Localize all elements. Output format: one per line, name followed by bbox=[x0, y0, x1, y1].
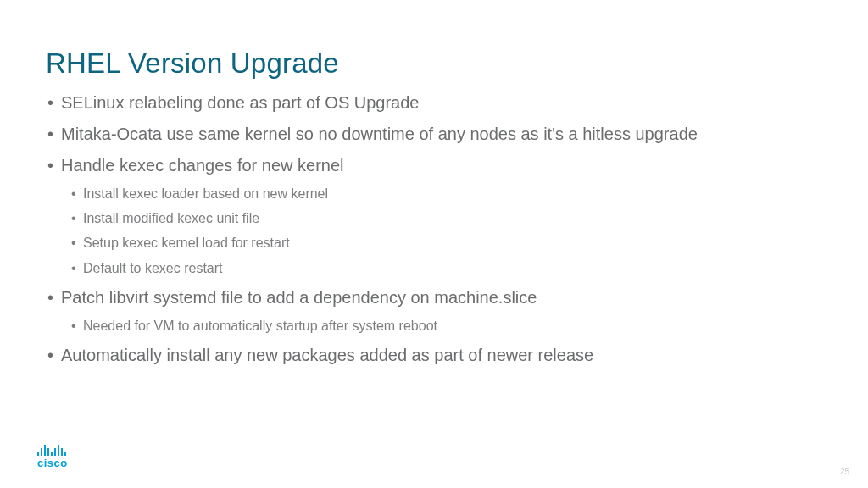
slide: RHEL Version Upgrade SELinux relabeling … bbox=[0, 0, 868, 488]
list-item: Install kexec loader based on new kernel bbox=[70, 184, 822, 203]
brand-name: cisco bbox=[37, 457, 68, 469]
list-item: SELinux relabeling done as part of OS Up… bbox=[46, 92, 822, 114]
cisco-bars-icon bbox=[37, 444, 66, 456]
list-item: Setup kexec kernel load for restart bbox=[70, 233, 822, 252]
sub-list: Install kexec loader based on new kernel… bbox=[70, 184, 822, 278]
sub-list: Needed for VM to automatically startup a… bbox=[70, 316, 822, 336]
list-item-text: Needed for VM to automatically startup a… bbox=[83, 319, 437, 333]
list-item-text: Handle kexec changes for new kernel bbox=[61, 156, 344, 175]
list-item: Default to kexec restart bbox=[70, 258, 822, 278]
list-item-text: Patch libvirt systemd file to add a depe… bbox=[61, 288, 537, 307]
list-item-text: Default to kexec restart bbox=[83, 261, 223, 275]
list-item-text: SELinux relabeling done as part of OS Up… bbox=[61, 93, 420, 112]
brand-logo: cisco bbox=[37, 444, 68, 469]
list-item: Mitaka-Ocata use same kernel so no downt… bbox=[46, 123, 822, 146]
list-item-text: Install modified kexec unit file bbox=[83, 211, 259, 225]
list-item-text: Install kexec loader based on new kernel bbox=[83, 186, 328, 201]
list-item: Install modified kexec unit file bbox=[70, 208, 822, 228]
list-item: Automatically install any new packages a… bbox=[46, 344, 822, 367]
list-item-text: Setup kexec kernel load for restart bbox=[83, 236, 290, 250]
slide-title: RHEL Version Upgrade bbox=[46, 47, 822, 80]
bullet-list: SELinux relabeling done as part of OS Up… bbox=[46, 92, 822, 367]
list-item-text: Mitaka-Ocata use same kernel so no downt… bbox=[61, 125, 698, 143]
list-item: Handle kexec changes for new kernel Inst… bbox=[46, 154, 822, 278]
list-item: Needed for VM to automatically startup a… bbox=[70, 316, 822, 336]
list-item-text: Automatically install any new packages a… bbox=[61, 346, 593, 364]
list-item: Patch libvirt systemd file to add a depe… bbox=[46, 286, 822, 336]
page-number: 25 bbox=[840, 467, 849, 476]
